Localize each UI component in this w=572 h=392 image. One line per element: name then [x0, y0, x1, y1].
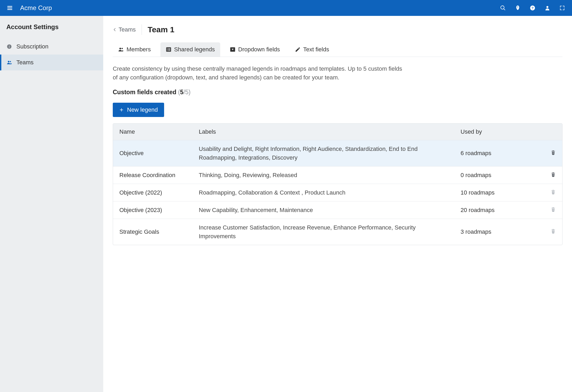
- hamburger-icon: [7, 5, 13, 11]
- table-row[interactable]: Objective (2022)Roadmapping, Collaborati…: [113, 184, 562, 201]
- svg-rect-14: [167, 48, 168, 49]
- svg-point-10: [10, 61, 11, 62]
- menu-button[interactable]: [5, 3, 14, 12]
- custom-fields-count: Custom fields created (5/5): [113, 89, 562, 96]
- col-used-by: Used by: [461, 128, 535, 135]
- plus-icon: [119, 107, 124, 112]
- table-row[interactable]: Release CoordinationThinking, Doing, Rev…: [113, 166, 562, 184]
- svg-rect-18: [167, 50, 168, 51]
- table-row[interactable]: ObjectiveUsability and Delight, Right In…: [113, 140, 562, 166]
- svg-rect-7: [9, 46, 10, 48]
- cell-used-by: 0 roadmaps: [461, 172, 535, 179]
- new-legend-button[interactable]: New legend: [113, 103, 164, 117]
- sidebar-title: Account Settings: [0, 23, 103, 39]
- brand-name: Acme Corp: [20, 4, 52, 12]
- users-icon: [118, 47, 124, 52]
- trash-icon: [551, 172, 556, 179]
- topbar: Acme Corp ?: [0, 0, 572, 16]
- trash-icon: [551, 207, 556, 214]
- new-legend-label: New legend: [127, 106, 158, 113]
- sidebar: Account Settings Subscription Teams: [0, 16, 103, 392]
- back-label: Teams: [119, 26, 136, 33]
- chevron-left-icon: [113, 28, 117, 32]
- svg-rect-0: [7, 6, 12, 7]
- cell-used-by: 3 roadmaps: [461, 228, 535, 235]
- announcements-button[interactable]: [513, 3, 522, 12]
- dropdown-icon: [230, 47, 236, 52]
- tab-label: Dropdown fields: [238, 46, 280, 53]
- cell-labels: Increase Customer Satisfaction, Increase…: [199, 223, 461, 241]
- svg-rect-1: [7, 8, 12, 8]
- svg-rect-8: [9, 45, 10, 46]
- sidebar-item-subscription[interactable]: Subscription: [0, 39, 103, 55]
- delete-button[interactable]: [551, 150, 556, 157]
- trash-icon: [551, 229, 556, 235]
- info-icon: [6, 44, 12, 49]
- fullscreen-button[interactable]: [558, 3, 567, 12]
- svg-point-11: [119, 48, 121, 49]
- edit-icon: [295, 47, 301, 52]
- cell-name: Objective (2023): [119, 207, 199, 214]
- cell-used-by: 20 roadmaps: [461, 207, 535, 214]
- cell-name: Release Coordination: [119, 172, 199, 179]
- delete-button[interactable]: [551, 189, 556, 196]
- user-icon: [544, 5, 550, 11]
- cell-used-by: 10 roadmaps: [461, 189, 535, 196]
- legend-table: Name Labels Used by ObjectiveUsability a…: [113, 123, 562, 245]
- tab-label: Members: [127, 46, 151, 53]
- search-button[interactable]: [498, 3, 507, 12]
- tab-shared-legends[interactable]: Shared legends: [160, 42, 220, 57]
- svg-rect-2: [7, 9, 12, 10]
- cell-labels: Thinking, Doing, Reviewing, Released: [199, 171, 461, 179]
- table-row[interactable]: Strategic GoalsIncrease Customer Satisfa…: [113, 219, 562, 245]
- tab-label: Shared legends: [174, 46, 215, 53]
- tab-dropdown-fields[interactable]: Dropdown fields: [224, 42, 285, 57]
- trash-icon: [551, 190, 556, 196]
- tab-label: Text fields: [303, 46, 329, 53]
- cell-labels: Usability and Delight, Right Information…: [199, 145, 461, 162]
- page-title: Team 1: [148, 25, 174, 34]
- delete-button[interactable]: [551, 228, 556, 236]
- svg-text:?: ?: [532, 6, 534, 10]
- col-labels: Labels: [199, 128, 461, 135]
- sidebar-item-teams[interactable]: Teams: [0, 55, 103, 70]
- svg-rect-16: [167, 49, 168, 50]
- cell-labels: New Capability, Enhancement, Maintenance: [199, 206, 461, 214]
- svg-point-12: [121, 48, 123, 49]
- trash-icon: [551, 150, 556, 157]
- cell-name: Strategic Goals: [119, 228, 199, 235]
- svg-point-5: [546, 6, 548, 8]
- expand-icon: [559, 5, 565, 11]
- users-icon: [6, 60, 12, 65]
- cell-name: Objective (2022): [119, 189, 199, 196]
- help-icon: ?: [530, 5, 535, 11]
- help-button[interactable]: ?: [528, 3, 537, 12]
- tab-text-fields[interactable]: Text fields: [290, 42, 335, 57]
- col-name: Name: [119, 128, 199, 135]
- list-icon: [166, 47, 172, 52]
- cell-labels: Roadmapping, Collaboration & Context , P…: [199, 188, 461, 197]
- table-header: Name Labels Used by: [113, 124, 562, 140]
- content: Teams Team 1 Members Shared legends Drop…: [103, 16, 572, 392]
- rocket-icon: [515, 5, 521, 11]
- delete-button[interactable]: [551, 206, 556, 214]
- sidebar-item-label: Teams: [16, 59, 34, 66]
- svg-rect-15: [168, 48, 170, 49]
- delete-button[interactable]: [551, 172, 556, 179]
- cell-used-by: 6 roadmaps: [461, 150, 535, 157]
- search-icon: [500, 5, 506, 11]
- svg-rect-19: [168, 50, 170, 51]
- svg-rect-17: [168, 49, 170, 50]
- table-row[interactable]: Objective (2023)New Capability, Enhancem…: [113, 201, 562, 219]
- description: Create consistency by using these centra…: [113, 64, 404, 82]
- sidebar-item-label: Subscription: [16, 43, 48, 50]
- tabs: Members Shared legends Dropdown fields T…: [113, 42, 562, 57]
- cell-name: Objective: [119, 150, 199, 157]
- account-button[interactable]: [543, 3, 552, 12]
- back-link[interactable]: Teams: [113, 26, 136, 33]
- breadcrumb: Teams Team 1: [113, 24, 562, 35]
- svg-point-9: [8, 61, 10, 62]
- tab-members[interactable]: Members: [113, 42, 156, 57]
- breadcrumb-divider: [142, 24, 142, 35]
